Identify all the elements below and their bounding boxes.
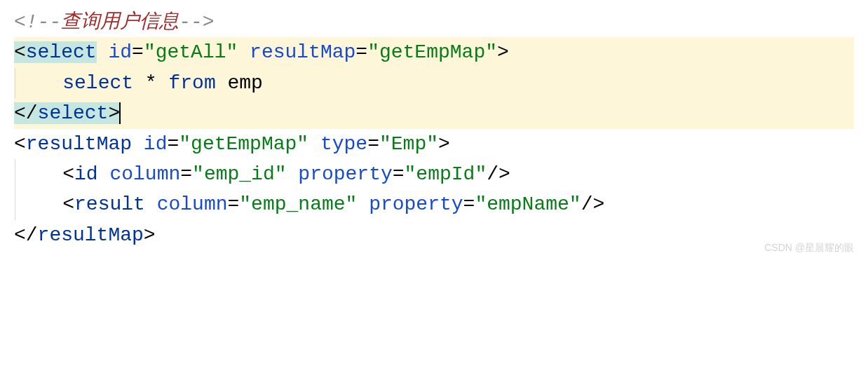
tag-close-bracket: > xyxy=(497,41,509,63)
equals: = xyxy=(367,133,379,155)
attr-id: id xyxy=(108,41,132,63)
space xyxy=(287,163,299,185)
equals: = xyxy=(132,41,144,63)
equals: = xyxy=(463,193,475,215)
attr-value-getempmap: "getEmpMap" xyxy=(179,133,308,155)
tag-id: id xyxy=(74,163,98,185)
code-line-4: </select> xyxy=(14,98,854,128)
tag-close-bracket: > xyxy=(438,133,450,155)
sql-table-emp: emp xyxy=(228,72,263,94)
tag-open-bracket: < xyxy=(14,133,26,155)
space xyxy=(98,163,110,185)
space xyxy=(97,41,109,63)
tag-open-bracket: < xyxy=(14,41,26,63)
attr-value-empid-prop: "empId" xyxy=(405,163,487,185)
code-line-7: <result column="emp_name" property="empN… xyxy=(14,189,854,219)
tag-close-open-bracket: </ xyxy=(14,102,38,124)
code-line-5: <resultMap id="getEmpMap" type="Emp"> xyxy=(14,129,854,159)
attr-value-getempmap: "getEmpMap" xyxy=(367,41,497,63)
attr-column: column xyxy=(109,163,180,185)
tag-result: result xyxy=(74,193,145,215)
attr-id: id xyxy=(144,133,168,155)
attr-value-empid-col: "emp_id" xyxy=(192,163,286,185)
attr-value-getall: "getAll" xyxy=(144,41,238,63)
tag-resultmap-close: resultMap xyxy=(38,224,144,246)
space xyxy=(145,193,157,215)
tag-close-bracket: > xyxy=(108,102,120,124)
tag-close-bracket: > xyxy=(144,224,156,246)
space xyxy=(157,72,169,94)
sql-from: from xyxy=(168,72,215,94)
code-line-1: <!--查询用户信息--> xyxy=(14,7,854,37)
tag-close-open-bracket: </ xyxy=(14,224,38,246)
space xyxy=(132,133,144,155)
equals: = xyxy=(167,133,179,155)
indent xyxy=(15,159,62,189)
equals: = xyxy=(393,163,405,185)
space xyxy=(308,133,320,155)
attr-column: column xyxy=(157,193,228,215)
space xyxy=(133,72,145,94)
attr-value-emp: "Emp" xyxy=(379,133,438,155)
comment-open: <!-- xyxy=(14,11,61,33)
space xyxy=(357,193,369,215)
text-cursor xyxy=(119,102,121,124)
tag-select-close: select xyxy=(38,102,109,124)
attr-type: type xyxy=(320,133,367,155)
code-line-2: <select id="getAll" resultMap="getEmpMap… xyxy=(14,37,854,67)
attr-property: property xyxy=(298,163,392,185)
indent xyxy=(15,189,62,219)
equals: = xyxy=(355,41,367,63)
code-line-8: </resultMap> xyxy=(14,220,854,250)
tag-open-bracket: < xyxy=(62,163,74,185)
code-line-6: <id column="emp_id" property="empId"/> xyxy=(14,159,854,189)
attr-value-empname-prop: "empName" xyxy=(475,193,581,215)
equals: = xyxy=(180,163,192,185)
code-line-3: select * from emp xyxy=(14,68,854,98)
attr-property: property xyxy=(369,193,463,215)
equals: = xyxy=(228,193,240,215)
tag-self-close: /> xyxy=(487,163,510,185)
comment-text: 查询用户信息 xyxy=(61,11,179,33)
comment-close: --> xyxy=(179,11,214,33)
tag-open-bracket: < xyxy=(62,193,74,215)
indent xyxy=(15,68,62,98)
space xyxy=(216,72,228,94)
attr-resultmap: resultMap xyxy=(250,41,355,63)
space xyxy=(238,41,250,63)
attr-value-empname-col: "emp_name" xyxy=(239,193,357,215)
tag-select: select xyxy=(26,41,97,63)
sql-select: select xyxy=(62,72,133,94)
tag-resultmap: resultMap xyxy=(26,133,132,155)
sql-star: * xyxy=(145,72,157,94)
tag-self-close: /> xyxy=(581,193,605,215)
